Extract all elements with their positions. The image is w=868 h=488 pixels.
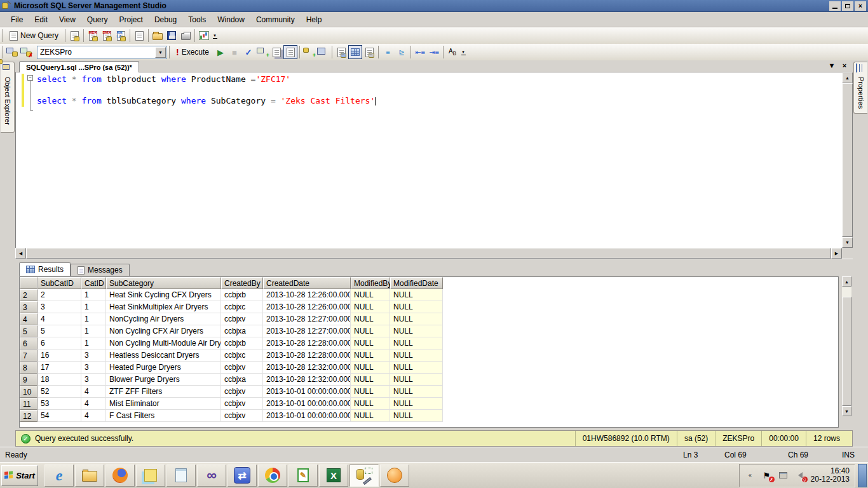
start-button[interactable]: Start	[1, 465, 38, 486]
data-cell[interactable]: ccbjxv	[221, 410, 263, 422]
minimize-button[interactable]	[829, 1, 841, 11]
menu-query[interactable]: Query	[81, 13, 114, 27]
taskbar-item-sync-center[interactable]: ⇄	[227, 464, 257, 487]
results-pane-toggle-button[interactable]	[283, 45, 297, 59]
data-cell[interactable]: NULL	[390, 325, 443, 337]
increase-indent-button[interactable]: ⇥≡	[427, 45, 441, 59]
taskbar-item-ssms[interactable]	[349, 464, 379, 487]
intellisense-button[interactable]: +	[302, 45, 316, 59]
database-combobox-dropdown-icon[interactable]: ▼	[155, 47, 166, 58]
data-cell[interactable]: 54	[37, 410, 81, 422]
sql-line[interactable]	[37, 85, 376, 95]
data-cell[interactable]: NULL	[390, 374, 443, 386]
editor-horizontal-scrollbar[interactable]: ◀ ▶	[15, 248, 853, 259]
active-files-dropdown-icon[interactable]: ▼	[827, 62, 836, 69]
data-cell[interactable]: NULL	[351, 325, 390, 337]
dmx-query-button[interactable]: DMX	[100, 29, 114, 43]
data-cell[interactable]: 2013-10-28 12:26:00.000	[263, 301, 351, 313]
tab-messages[interactable]: Messages	[71, 264, 130, 276]
results-to-file-button[interactable]	[362, 45, 376, 59]
data-cell[interactable]: ccbjxv	[221, 313, 263, 325]
change-connection-button[interactable]: ✗	[19, 45, 33, 59]
data-cell[interactable]: NULL	[390, 349, 443, 362]
show-desktop-button[interactable]	[858, 464, 867, 487]
column-header-modifiedby[interactable]: ModifiedBy	[351, 277, 390, 289]
data-cell[interactable]: 2013-10-28 12:32:00.000	[263, 374, 351, 386]
row-number-cell[interactable]: 5	[20, 325, 37, 337]
data-cell[interactable]: 4	[81, 386, 106, 398]
activity-monitor-button[interactable]	[197, 29, 211, 43]
sql-line[interactable]: select * from tblproduct where ProductNa…	[37, 74, 376, 85]
data-cell[interactable]: NULL	[351, 410, 390, 422]
data-cell[interactable]: 17	[37, 362, 81, 374]
taskbar-item-windows-explorer[interactable]	[75, 464, 104, 487]
row-number-cell[interactable]: 12	[20, 410, 37, 422]
menu-community[interactable]: Community	[250, 13, 301, 27]
sql-line[interactable]: select * from tblSubCategory where SubCa…	[37, 95, 376, 106]
menu-view[interactable]: View	[53, 13, 81, 27]
scroll-up-icon[interactable]: ▲	[842, 276, 851, 287]
toolbar-overflow-button[interactable]: ▾	[459, 46, 467, 58]
database-combobox[interactable]: ZEKSPro ▼	[37, 46, 167, 59]
data-cell[interactable]: NULL	[351, 362, 390, 374]
new-file-button[interactable]	[132, 29, 146, 43]
row-number-cell[interactable]: 10	[20, 386, 37, 398]
decrease-indent-button[interactable]: ⇤≡	[413, 45, 427, 59]
row-number-cell[interactable]: 9	[20, 374, 37, 386]
scroll-down-icon[interactable]: ▼	[842, 237, 853, 248]
data-cell[interactable]: 3	[81, 362, 106, 374]
column-header-createddate[interactable]: CreatedDate	[263, 277, 351, 289]
data-cell[interactable]: 2013-10-28 12:28:00.000	[263, 349, 351, 362]
menu-edit[interactable]: Edit	[29, 13, 53, 27]
data-cell[interactable]: NULL	[390, 410, 443, 422]
data-cell[interactable]: ZTF ZFF Filters	[106, 386, 221, 398]
toolbar-overflow-button[interactable]: ▾	[211, 29, 219, 42]
data-cell[interactable]: ccbjxc	[221, 349, 263, 362]
data-cell[interactable]: NonCycling Air Dryers	[106, 313, 221, 325]
client-statistics-button[interactable]	[316, 45, 330, 59]
template-parameters-button[interactable]: AB	[445, 45, 459, 59]
data-cell[interactable]: 1	[81, 325, 106, 337]
parse-button[interactable]: ✓	[241, 45, 255, 59]
menu-tools[interactable]: Tools	[182, 13, 212, 27]
data-cell[interactable]: NULL	[390, 289, 443, 301]
column-header-subcategory[interactable]: SubCategory	[106, 277, 221, 289]
data-cell[interactable]: 4	[81, 410, 106, 422]
data-cell[interactable]: Heatless Desiccant Dryers	[106, 349, 221, 362]
query-document-tab[interactable]: SQLQuery1.sql ...SPro (sa (52))*	[19, 61, 139, 72]
query-designer-button[interactable]	[269, 45, 283, 59]
properties-tab[interactable]: Properties	[853, 62, 867, 114]
data-cell[interactable]: NULL	[390, 386, 443, 398]
row-number-cell[interactable]: 3	[20, 301, 37, 313]
menu-help[interactable]: Help	[301, 13, 328, 27]
comment-button[interactable]: ≡	[381, 45, 395, 59]
taskbar-item-visual-studio[interactable]: ∞	[197, 464, 226, 487]
connect-button[interactable]	[5, 45, 19, 59]
tray-expand-icon[interactable]: «	[745, 470, 756, 481]
data-cell[interactable]: 1	[81, 337, 106, 349]
data-cell[interactable]: ccbjxa	[221, 374, 263, 386]
taskbar-item-excel[interactable]: X	[319, 464, 348, 487]
data-cell[interactable]: NULL	[351, 398, 390, 410]
data-cell[interactable]: Non Cycling CFX Air Dryers	[106, 325, 221, 337]
column-header-subcatid[interactable]: SubCatID	[37, 277, 81, 289]
column-header-catid[interactable]: CatID	[81, 277, 106, 289]
object-explorer-tab[interactable]: Object Explorer	[1, 62, 15, 133]
data-cell[interactable]: 1	[81, 301, 106, 313]
data-cell[interactable]: NULL	[351, 374, 390, 386]
data-cell[interactable]: 6	[37, 337, 81, 349]
toolbar-grip[interactable]	[1, 46, 3, 58]
execute-button[interactable]: ! Execute	[172, 45, 214, 59]
row-number-cell[interactable]: 2	[20, 289, 37, 301]
row-number-cell[interactable]: 7	[20, 349, 37, 362]
save-button[interactable]	[165, 29, 179, 43]
taskbar-item-firefox[interactable]	[105, 464, 135, 487]
data-cell[interactable]: 2	[37, 289, 81, 301]
mdx-query-button[interactable]: MDX	[86, 29, 100, 43]
data-cell[interactable]: NULL	[351, 313, 390, 325]
taskbar-item-sticky-notes[interactable]	[136, 464, 165, 487]
taskbar-item-notepad[interactable]	[166, 464, 196, 487]
restore-button[interactable]	[842, 1, 853, 11]
scroll-right-icon[interactable]: ▶	[831, 248, 842, 259]
data-cell[interactable]: ccbjxa	[221, 325, 263, 337]
